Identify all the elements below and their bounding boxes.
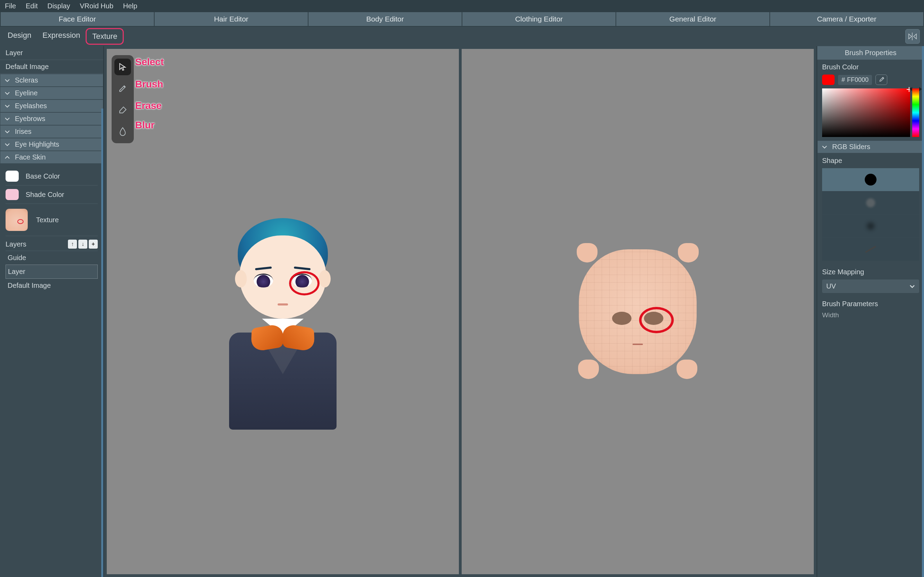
- menu-file[interactable]: File: [5, 2, 16, 10]
- eyedropper-button[interactable]: [876, 74, 887, 85]
- category-label: Face Skin: [15, 153, 46, 161]
- mirror-button[interactable]: [905, 29, 920, 44]
- menu-vroidhub[interactable]: VRoid Hub: [80, 2, 113, 10]
- color-sv-picker[interactable]: [822, 89, 910, 137]
- shape-line[interactable]: [822, 238, 919, 261]
- tool-erase[interactable]: [114, 102, 131, 118]
- tab-clothing-editor[interactable]: Clothing Editor: [462, 12, 615, 26]
- shape-soft-round-2[interactable]: [822, 214, 919, 237]
- left-default-image-header[interactable]: Default Image: [0, 60, 103, 74]
- arrow-down-icon: ↓: [82, 241, 84, 247]
- category-label: Eyelashes: [15, 102, 47, 110]
- shape-soft-round-1[interactable]: [822, 192, 919, 214]
- chevron-down-icon: [5, 117, 11, 121]
- layer-item-default-image[interactable]: Default Image: [6, 279, 98, 292]
- size-mapping-label: Size Mapping: [822, 268, 919, 276]
- tab-body-editor[interactable]: Body Editor: [309, 12, 462, 26]
- hue-marker-left: [910, 87, 912, 91]
- tab-general-editor[interactable]: General Editor: [616, 12, 770, 26]
- size-mapping-value: UV: [826, 282, 836, 290]
- brush-color-swatch[interactable]: [822, 74, 835, 85]
- chevron-down-icon: [5, 130, 11, 134]
- hex-input[interactable]: # FF0000: [838, 75, 872, 85]
- subtab-texture[interactable]: Texture: [85, 28, 124, 45]
- chevron-down-icon: [5, 104, 11, 108]
- chevron-up-icon: [5, 155, 11, 160]
- brush-shape-list: [822, 168, 919, 261]
- subtab-expression[interactable]: Expression: [37, 28, 85, 45]
- width-label: Width: [822, 311, 839, 319]
- chevron-down-icon: [910, 284, 915, 288]
- texture-thumbnail[interactable]: [6, 209, 28, 231]
- subtab-design[interactable]: Design: [2, 28, 37, 45]
- shade-color-label: Shade Color: [26, 191, 64, 199]
- category-eyeline[interactable]: Eyeline: [0, 87, 103, 100]
- tool-brush[interactable]: [114, 80, 131, 97]
- droplet-icon: [119, 127, 127, 136]
- category-label: Eye Highlights: [15, 140, 59, 148]
- base-color-row[interactable]: Base Color: [6, 167, 98, 185]
- layer-item-layer[interactable]: Layer: [6, 264, 98, 279]
- tab-camera-exporter[interactable]: Camera / Exporter: [770, 12, 923, 26]
- brush-properties-title: Brush Properties: [817, 46, 924, 60]
- menubar: File Edit Display VRoid Hub Help: [0, 0, 924, 12]
- base-color-label: Base Color: [26, 172, 60, 180]
- hue-slider[interactable]: [912, 89, 919, 137]
- annotation-blur: Blur: [135, 119, 154, 131]
- menu-help[interactable]: Help: [123, 2, 137, 10]
- annotation-erase: Erase: [135, 100, 162, 111]
- subtabs-row: Design Expression Texture: [0, 27, 924, 46]
- layer-item-guide[interactable]: Guide: [6, 251, 98, 264]
- pencil-icon: [118, 84, 127, 93]
- texture-row[interactable]: Texture: [6, 204, 98, 236]
- viewport-3d[interactable]: Select Brush Erase Blur: [107, 49, 459, 574]
- hex-prefix: #: [842, 76, 845, 84]
- right-panel: Brush Properties Brush Color # FF0000: [816, 46, 924, 577]
- left-layer-header[interactable]: Layer: [0, 46, 103, 60]
- chevron-down-icon: [822, 145, 828, 149]
- left-panel: Layer Default Image Scleras Eyeline Eyel…: [0, 46, 104, 577]
- category-eyebrows[interactable]: Eyebrows: [0, 112, 103, 125]
- size-mapping-select[interactable]: UV: [822, 279, 919, 293]
- hex-value: FF0000: [847, 76, 869, 84]
- category-label: Irises: [15, 127, 32, 135]
- layer-move-up-button[interactable]: ↑: [68, 240, 77, 249]
- category-scleras[interactable]: Scleras: [0, 74, 103, 87]
- category-label: Eyeline: [15, 89, 38, 97]
- right-scrollbar[interactable]: [922, 46, 924, 577]
- category-irises[interactable]: Irises: [0, 125, 103, 138]
- layers-label: Layers: [6, 240, 26, 248]
- shade-color-swatch[interactable]: [6, 189, 19, 200]
- tool-blur[interactable]: [114, 123, 131, 140]
- chevron-down-icon: [5, 78, 11, 82]
- menu-display[interactable]: Display: [48, 2, 70, 10]
- category-label: Eyebrows: [15, 115, 45, 123]
- arrow-up-icon: ↑: [71, 241, 74, 247]
- category-eye-highlights[interactable]: Eye Highlights: [0, 138, 103, 151]
- viewport-uv[interactable]: [462, 49, 814, 574]
- rgb-sliders-toggle[interactable]: RGB Sliders: [817, 140, 924, 153]
- shape-hard-round[interactable]: [822, 168, 919, 191]
- rgb-sliders-label: RGB Sliders: [832, 143, 870, 151]
- tool-palette: [112, 55, 134, 143]
- category-face-skin[interactable]: Face Skin: [0, 151, 103, 164]
- eyedropper-icon: [878, 77, 884, 83]
- face-skin-content: Base Color Shade Color Texture Layers ↑ …: [0, 164, 103, 296]
- uv-face-texture: [579, 249, 697, 374]
- tool-select[interactable]: [114, 59, 131, 75]
- menu-edit[interactable]: Edit: [26, 2, 37, 10]
- base-color-swatch[interactable]: [6, 171, 19, 182]
- annotation-select: Select: [135, 56, 164, 68]
- layer-move-down-button[interactable]: ↓: [78, 240, 87, 249]
- tab-face-editor[interactable]: Face Editor: [1, 12, 154, 26]
- cursor-icon: [118, 63, 127, 71]
- tab-hair-editor[interactable]: Hair Editor: [154, 12, 308, 26]
- shade-color-row[interactable]: Shade Color: [6, 185, 98, 204]
- left-scrollbar[interactable]: [101, 108, 103, 577]
- eraser-icon: [118, 105, 127, 114]
- hue-marker-right: [919, 87, 922, 91]
- brush-parameters-label: Brush Parameters: [822, 300, 919, 308]
- category-eyelashes[interactable]: Eyelashes: [0, 100, 103, 112]
- texture-label: Texture: [36, 216, 59, 224]
- layer-add-button[interactable]: +: [89, 240, 98, 249]
